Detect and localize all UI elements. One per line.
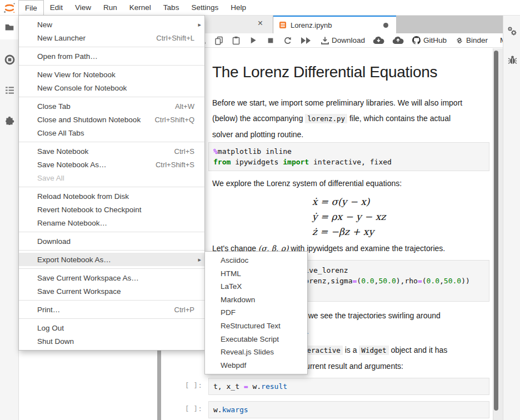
menu-item-new[interactable]: New▸ <box>19 18 204 31</box>
menubar-item-file[interactable]: File <box>18 0 44 15</box>
code-cell-kwargs-row: [ ]: w.kwargs <box>208 401 489 418</box>
left-sidebar <box>0 15 19 420</box>
menu-item-close-and-shutdown-notebook[interactable]: Close and Shutdown NotebookCtrl+Shift+Q <box>19 113 204 126</box>
submenu-item-markdown[interactable]: Markdown <box>205 293 307 307</box>
cell-prompt: [ ]: <box>182 381 202 389</box>
menu-item-print[interactable]: Print…Ctrl+P <box>19 303 204 316</box>
code-cell-kwargs[interactable]: w.kwargs <box>208 401 489 418</box>
menu-item-open-from-path[interactable]: Open from Path… <box>19 49 204 63</box>
jupyterlab-window: File Edit View Run Kernel Tabs Settings … <box>0 0 520 420</box>
menu-item-save-notebook-as[interactable]: Save Notebook As…Ctrl+Shift+S <box>19 158 204 171</box>
file-browser-icon[interactable] <box>4 22 15 33</box>
menu-item-export-notebook-as[interactable]: Export Notebook As…▸ <box>19 253 204 266</box>
menubar: File Edit View Run Kernel Tabs Settings … <box>0 0 520 16</box>
download-button[interactable]: Download <box>320 36 365 45</box>
export-notebook-submenu: Asciidoc HTML LaTeX Markdown PDF ReStruc… <box>204 251 308 374</box>
download-icon <box>320 36 329 45</box>
inline-code: Widget <box>359 346 388 355</box>
lorenz-equations: ẋ = σ(y − x) ẏ = ρx − y − xz ż = −βz + x… <box>208 194 489 239</box>
github-icon <box>412 36 421 45</box>
submenu-arrow-icon: ▸ <box>194 21 201 28</box>
menu-item-log-out[interactable]: Log Out <box>19 321 204 334</box>
run-cell-icon[interactable] <box>248 36 258 45</box>
cell-prompt: [ ]: <box>182 404 202 413</box>
right-sidebar <box>503 15 520 420</box>
menu-divider <box>19 187 204 187</box>
binder-button[interactable]: Binder <box>454 36 488 45</box>
menu-divider <box>19 268 204 269</box>
menu-item-new-view-for-notebook[interactable]: New View for Notebook <box>19 68 204 81</box>
menu-item-save-all: Save All <box>19 171 204 184</box>
tab-title: Lorenz.ipynb <box>291 21 332 29</box>
property-inspector-icon[interactable] <box>507 26 518 37</box>
menu-divider <box>19 250 204 251</box>
inline-code: lorenz.py <box>305 114 347 123</box>
menubar-item-settings[interactable]: Settings <box>185 0 224 15</box>
menu-item-shut-down[interactable]: Shut Down <box>19 334 204 348</box>
menubar-item-kernel[interactable]: Kernel <box>123 0 157 15</box>
menu-item-save-current-workspace[interactable]: Save Current Workspace <box>19 284 204 298</box>
menu-item-close-tab[interactable]: Close TabAlt+W <box>19 99 204 113</box>
menu-divider <box>19 65 204 66</box>
tab-close-icon[interactable]: × <box>258 18 263 28</box>
menu-item-new-launcher[interactable]: New LauncherCtrl+Shift+L <box>19 31 204 44</box>
jupyter-logo-icon[interactable] <box>0 0 18 15</box>
cloud-download-icon[interactable] <box>373 36 384 45</box>
menu-item-close-all-tabs[interactable]: Close All Tabs <box>19 126 204 139</box>
submenu-item-html[interactable]: HTML <box>205 267 307 281</box>
submenu-item-latex[interactable]: LaTeX <box>205 280 307 293</box>
notebook-scrollbar-thumb[interactable] <box>494 51 498 411</box>
interrupt-kernel-icon[interactable] <box>266 36 275 45</box>
submenu-item-executable-script[interactable]: Executable Script <box>205 333 307 346</box>
dock-tab-bar: × Lorenz.ipynb <box>161 15 503 33</box>
menu-item-save-notebook[interactable]: Save NotebookCtrl+S <box>19 144 204 158</box>
code-cell-imports[interactable]: %matplotlib inline from ipywidgets impor… <box>208 142 489 171</box>
cloud-upload-icon[interactable] <box>392 36 404 45</box>
submenu-arrow-icon: ▸ <box>194 256 201 263</box>
menu-divider <box>19 300 204 301</box>
menu-item-rename-notebook[interactable]: Rename Notebook… <box>19 216 204 229</box>
binder-link-icon <box>454 36 464 45</box>
table-of-contents-icon[interactable] <box>4 84 15 96</box>
code-cell-result-row: [ ]: t, x_t = w.result <box>208 378 489 395</box>
notebook-scrollbar-track[interactable] <box>493 48 503 420</box>
menu-item-reload-notebook-from-disk[interactable]: Reload Notebook from Disk <box>19 189 204 203</box>
menu-item-new-console-for-notebook[interactable]: New Console for Notebook <box>19 81 204 94</box>
menu-item-revert-notebook-to-checkpoint[interactable]: Revert Notebook to Checkpoint <box>19 203 204 216</box>
menubar-item-tabs[interactable]: Tabs <box>157 0 186 15</box>
submenu-item-webpdf[interactable]: Webpdf <box>205 359 307 372</box>
tab-lorenz-notebook[interactable]: Lorenz.ipynb <box>273 15 396 33</box>
menu-item-save-current-workspace-as[interactable]: Save Current Workspace As… <box>19 271 204 284</box>
extension-manager-icon[interactable] <box>4 116 15 127</box>
menu-divider <box>19 232 204 232</box>
code-cell-imports-row: [ ]: %matplotlib inline from ipywidgets … <box>208 142 489 171</box>
submenu-item-restructured-text[interactable]: ReStructured Text <box>205 319 307 333</box>
running-kernels-icon[interactable] <box>4 54 15 65</box>
menu-divider <box>19 318 204 319</box>
unsaved-changes-indicator <box>383 23 388 28</box>
notebook-toolbar: Download GitHub Binder M <box>161 33 503 48</box>
menu-item-download[interactable]: Download <box>19 234 204 248</box>
menubar-item-edit[interactable]: Edit <box>44 0 69 15</box>
menubar-item-run[interactable]: Run <box>97 0 123 15</box>
submenu-item-revealjs-slides[interactable]: Reveal.js Slides <box>205 346 307 359</box>
restart-kernel-icon[interactable] <box>283 36 292 45</box>
submenu-item-pdf[interactable]: PDF <box>205 306 307 319</box>
markdown-cell-explore[interactable]: We explore the Lorenz system of differen… <box>212 176 489 191</box>
paste-cells-icon[interactable] <box>231 36 241 45</box>
submenu-item-asciidoc[interactable]: Asciidoc <box>205 254 307 267</box>
menubar-item-view[interactable]: View <box>69 0 97 15</box>
github-button[interactable]: GitHub <box>412 36 447 45</box>
debugger-icon[interactable] <box>507 54 518 66</box>
restart-run-all-icon[interactable] <box>300 36 312 45</box>
menubar-item-help[interactable]: Help <box>224 0 252 15</box>
notebook-heading[interactable]: The Lorenz Differential Equations <box>212 63 489 82</box>
notebook-icon <box>279 21 287 29</box>
code-cell-result[interactable]: t, x_t = w.result <box>208 378 489 395</box>
markdown-cell-intro[interactable]: Before we start, we import some prelimin… <box>212 95 489 142</box>
menu-divider <box>19 47 204 47</box>
menu-divider <box>19 142 204 142</box>
copy-cells-icon[interactable] <box>214 36 223 45</box>
menu-divider <box>19 97 204 97</box>
file-menu-dropdown: New▸ New LauncherCtrl+Shift+L Open from … <box>18 15 205 351</box>
